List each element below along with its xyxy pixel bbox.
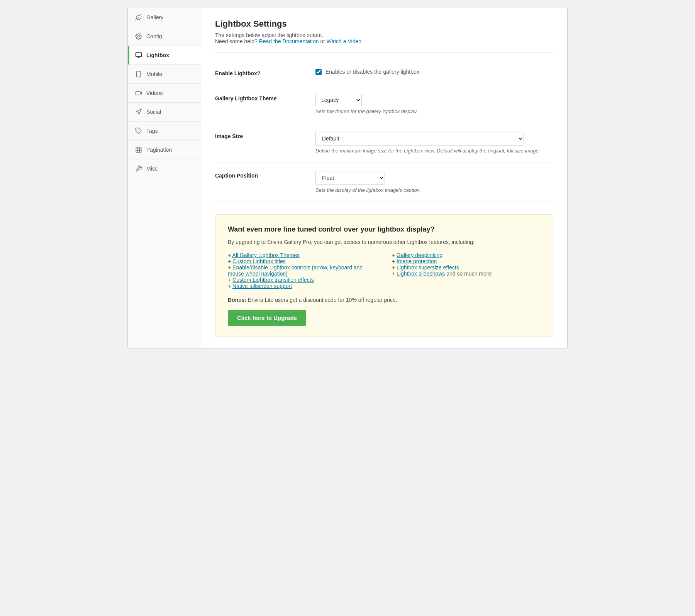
mobile-icon bbox=[135, 70, 142, 78]
feature-link-custom-titles[interactable]: Custom Lightbox titles bbox=[232, 258, 286, 264]
image-size-select[interactable]: Default Thumbnail Medium Large Full bbox=[315, 132, 524, 146]
image-size-desc: Define the maximum image size for the Li… bbox=[315, 148, 553, 154]
lightbox-theme-label: Gallery Lightbox Theme bbox=[215, 94, 315, 102]
caption-position-desc: Sets the display of the lightbox image's… bbox=[315, 187, 553, 193]
video-icon bbox=[135, 89, 142, 97]
lightbox-theme-control: Legacy Dark Light Classic Sets the theme… bbox=[315, 94, 553, 114]
sidebar-label-misc: Misc bbox=[146, 166, 158, 172]
sidebar-item-lightbox[interactable]: Lightbox bbox=[128, 46, 201, 65]
sidebar-item-pagination[interactable]: Pagination bbox=[128, 140, 201, 159]
sidebar-item-social[interactable]: Social bbox=[128, 103, 201, 122]
page-subtitle: The settings below adjust the lightbox o… bbox=[215, 32, 553, 44]
subtitle-text: The settings below adjust the lightbox o… bbox=[215, 32, 323, 38]
bonus-prefix: Bonus: bbox=[228, 297, 246, 303]
sidebar-label-videos: Videos bbox=[146, 90, 163, 96]
video-link[interactable]: Watch a Video bbox=[327, 38, 361, 44]
feature-item: + Gallery deeplinking bbox=[392, 252, 541, 258]
svg-rect-6 bbox=[136, 91, 140, 95]
svg-rect-1 bbox=[136, 52, 142, 57]
bonus-content: Envira Lite users get a discount code fo… bbox=[248, 297, 397, 303]
upgrade-box: Want even more fine tuned control over y… bbox=[215, 214, 553, 337]
lightbox-theme-desc: Sets the theme for the gallery lightbox … bbox=[315, 108, 553, 114]
upgrade-intro: By upgrading to Envira Gallery Pro, you … bbox=[228, 239, 541, 245]
sidebar-label-tags: Tags bbox=[146, 128, 158, 134]
sidebar-item-misc[interactable]: Misc bbox=[128, 159, 201, 178]
feature-link-slideshows[interactable]: Lightbox slideshows bbox=[397, 271, 445, 277]
svg-point-0 bbox=[138, 36, 140, 37]
header-divider bbox=[215, 52, 553, 52]
bonus-text: Bonus: Envira Lite users get a discount … bbox=[228, 297, 541, 303]
feature-suffix: and so much more! bbox=[445, 271, 493, 277]
feature-item: + Lightbox supersize effects bbox=[392, 264, 541, 271]
lightbox-theme-row: Gallery Lightbox Theme Legacy Dark Light… bbox=[215, 85, 553, 123]
image-size-label: Image Size bbox=[215, 132, 315, 139]
sidebar-label-pagination: Pagination bbox=[146, 147, 172, 153]
enable-lightbox-checkbox[interactable] bbox=[315, 69, 322, 75]
help-prefix: Need some help? bbox=[215, 38, 258, 44]
app-wrapper: Gallery Config Lightbox bbox=[127, 8, 568, 348]
svg-rect-8 bbox=[136, 147, 141, 152]
table-icon bbox=[135, 146, 142, 154]
features-col2: + Gallery deeplinking + Image protection… bbox=[392, 252, 541, 289]
wrench-icon bbox=[135, 165, 142, 173]
leaf-icon bbox=[135, 14, 142, 21]
feature-item: + Native fullscreen support bbox=[228, 283, 376, 289]
feature-link-supersize[interactable]: Lightbox supersize effects bbox=[397, 264, 459, 271]
main-content: Lightbox Settings The settings below adj… bbox=[201, 8, 567, 348]
sidebar-label-lightbox: Lightbox bbox=[146, 52, 169, 58]
enable-lightbox-row: Enable Lightbox? Enables or disables the… bbox=[215, 60, 553, 85]
feature-link-lightbox-themes[interactable]: All Gallery Lightbox Themes bbox=[232, 252, 300, 258]
sidebar-label-mobile: Mobile bbox=[146, 71, 162, 77]
features-col1: + All Gallery Lightbox Themes + Custom L… bbox=[228, 252, 376, 289]
caption-position-row: Caption Position Float Below None Sets t… bbox=[215, 162, 553, 202]
sidebar-item-tags[interactable]: Tags bbox=[128, 122, 201, 140]
doc-link[interactable]: Read the Documentation bbox=[259, 38, 319, 44]
upgrade-title: Want even more fine tuned control over y… bbox=[228, 225, 541, 234]
feature-item: + Enable/disable Lightbox controls (arro… bbox=[228, 264, 376, 277]
sidebar-label-config: Config bbox=[146, 33, 162, 39]
enable-lightbox-label: Enable Lightbox? bbox=[215, 69, 315, 76]
sidebar-label-gallery: Gallery bbox=[146, 14, 163, 20]
image-size-control: Default Thumbnail Medium Large Full Defi… bbox=[315, 132, 553, 154]
feature-item: + All Gallery Lightbox Themes bbox=[228, 252, 376, 258]
page-title: Lightbox Settings bbox=[215, 19, 553, 29]
or-text: or bbox=[320, 38, 326, 44]
caption-position-select[interactable]: Float Below None bbox=[315, 171, 385, 185]
feature-link-deeplinking[interactable]: Gallery deeplinking bbox=[397, 252, 442, 258]
feature-item: + Image protection bbox=[392, 258, 541, 264]
sidebar-item-mobile[interactable]: Mobile bbox=[128, 65, 201, 84]
sidebar: Gallery Config Lightbox bbox=[128, 8, 201, 348]
feature-link-fullscreen[interactable]: Native fullscreen support bbox=[232, 283, 292, 289]
image-size-row: Image Size Default Thumbnail Medium Larg… bbox=[215, 123, 553, 162]
feature-link-transition[interactable]: Custom Lightbox transition effects bbox=[232, 277, 314, 283]
gear-icon bbox=[135, 32, 142, 40]
megaphone-icon bbox=[135, 108, 142, 116]
feature-item: + Custom Lightbox titles bbox=[228, 258, 376, 264]
upgrade-button[interactable]: Click here to Upgrade bbox=[228, 310, 306, 326]
features-grid: + All Gallery Lightbox Themes + Custom L… bbox=[228, 252, 541, 289]
checkbox-wrapper: Enables or disables the gallery lightbox… bbox=[315, 69, 553, 75]
tag-icon bbox=[135, 127, 142, 135]
sidebar-item-videos[interactable]: Videos bbox=[128, 84, 201, 103]
caption-position-control: Float Below None Sets the display of the… bbox=[315, 171, 553, 193]
feature-item: + Custom Lightbox transition effects bbox=[228, 277, 376, 283]
feature-link-controls[interactable]: Enable/disable Lightbox controls (arrow,… bbox=[228, 264, 363, 277]
sidebar-label-social: Social bbox=[146, 109, 161, 115]
caption-position-label: Caption Position bbox=[215, 171, 315, 179]
feature-link-protection[interactable]: Image protection bbox=[397, 258, 437, 264]
monitor-icon bbox=[135, 51, 142, 59]
sidebar-item-gallery[interactable]: Gallery bbox=[128, 8, 201, 27]
enable-lightbox-control: Enables or disables the gallery lightbox… bbox=[315, 69, 553, 75]
feature-item: + Lightbox slideshows and so much more! bbox=[392, 271, 541, 277]
enable-lightbox-checkbox-label: Enables or disables the gallery lightbox… bbox=[325, 69, 421, 75]
sidebar-item-config[interactable]: Config bbox=[128, 27, 201, 46]
lightbox-theme-select[interactable]: Legacy Dark Light Classic bbox=[315, 94, 362, 106]
